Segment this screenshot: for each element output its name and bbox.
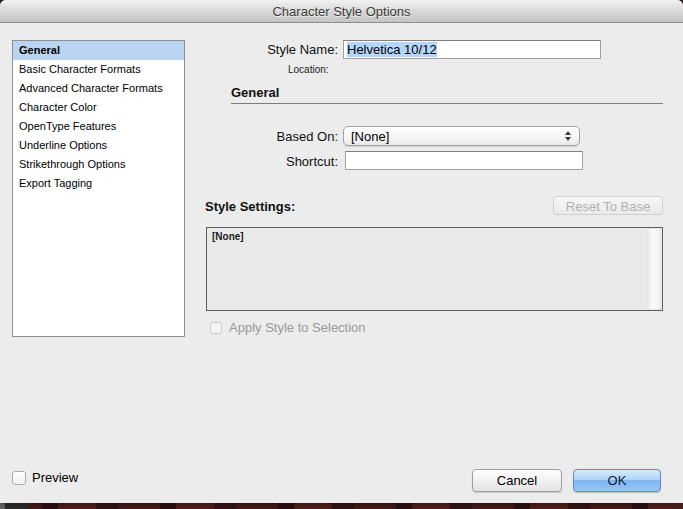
cancel-button[interactable]: Cancel: [472, 469, 562, 492]
preview-row: Preview: [12, 470, 78, 485]
sidebar-item-character-color[interactable]: Character Color: [13, 98, 184, 117]
general-section-heading: General: [231, 85, 279, 100]
sidebar-item-advanced-character-formats[interactable]: Advanced Character Formats: [13, 79, 184, 98]
style-settings-content: [None]: [207, 228, 662, 242]
style-settings-label: Style Settings:: [205, 199, 295, 214]
dialog-title: Character Style Options: [272, 4, 410, 19]
sidebar-item-general[interactable]: General: [13, 41, 184, 60]
section-divider: [231, 103, 663, 104]
style-name-selected-text: Helvetica 10/12: [347, 42, 437, 57]
sidebar-item-underline-options[interactable]: Underline Options: [13, 136, 184, 155]
apply-style-row: Apply Style to Selection: [210, 320, 366, 335]
based-on-value: [None]: [344, 129, 565, 144]
ok-button[interactable]: OK: [573, 469, 661, 492]
style-settings-scrollbar[interactable]: [646, 229, 660, 309]
preview-label: Preview: [32, 470, 78, 485]
dialog-titlebar[interactable]: Character Style Options: [0, 0, 683, 23]
shortcut-input[interactable]: [345, 151, 583, 170]
style-name-label: Style Name:: [230, 42, 338, 57]
character-style-options-dialog: Character Style Options General Basic Ch…: [0, 0, 683, 503]
location-label: Location:: [288, 64, 329, 75]
based-on-dropdown[interactable]: [None]: [343, 126, 580, 146]
style-name-input[interactable]: Helvetica 10/12: [343, 40, 601, 59]
settings-category-list: General Basic Character Formats Advanced…: [12, 40, 185, 337]
reset-to-base-button[interactable]: Reset To Base: [553, 196, 663, 215]
based-on-label: Based On:: [230, 129, 338, 144]
dropdown-stepper-icon: [565, 131, 571, 141]
shortcut-label: Shortcut:: [230, 154, 338, 169]
sidebar-item-opentype-features[interactable]: OpenType Features: [13, 117, 184, 136]
background-document-strip: [0, 502, 683, 509]
sidebar-item-export-tagging[interactable]: Export Tagging: [13, 174, 184, 193]
sidebar-item-strikethrough-options[interactable]: Strikethrough Options: [13, 155, 184, 174]
apply-style-checkbox[interactable]: [210, 322, 222, 334]
preview-checkbox[interactable]: [12, 471, 26, 485]
apply-style-label: Apply Style to Selection: [229, 320, 366, 335]
sidebar-item-basic-character-formats[interactable]: Basic Character Formats: [13, 60, 184, 79]
style-settings-box: [None]: [206, 227, 663, 311]
